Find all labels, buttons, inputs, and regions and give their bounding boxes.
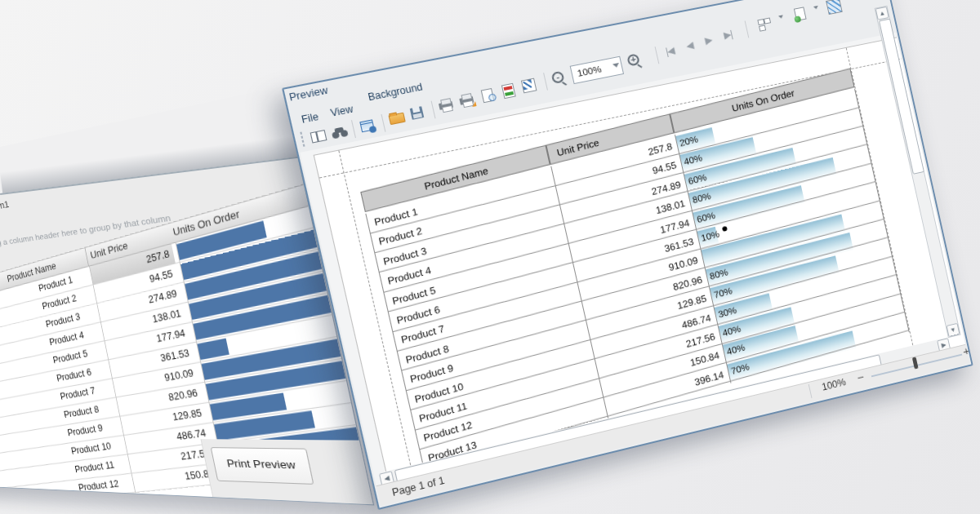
watermark-icon[interactable]	[826, 0, 843, 15]
table-column-line	[410, 410, 416, 432]
zoom-out-icon[interactable]: -	[550, 69, 568, 86]
docking-icon[interactable]	[309, 127, 327, 145]
zoom-in-icon[interactable]: +	[626, 52, 644, 69]
open-folder-icon[interactable]	[388, 109, 407, 126]
zoom-slider-thumb[interactable]	[912, 357, 919, 369]
page-setup-icon[interactable]	[479, 86, 497, 104]
cell-product-name: Product 10	[70, 441, 112, 456]
zoom-out-control[interactable]: −	[856, 370, 866, 384]
mouse-cursor	[722, 226, 728, 232]
last-page-icon[interactable]: ▶|	[722, 27, 733, 42]
window-title: Preview	[288, 85, 329, 104]
table-column-line	[401, 371, 407, 392]
cell-product-name: Product 5	[52, 348, 89, 366]
zoom-percentage: 100%	[821, 376, 847, 392]
previous-page-icon[interactable]: ◀	[685, 38, 695, 53]
preview-surface: Product Name Unit Price Units On Order P…	[300, 33, 965, 488]
search-icon[interactable]	[330, 123, 349, 141]
cell-product-name: Product 11	[74, 459, 116, 475]
zoom-in-control[interactable]: +	[961, 343, 971, 358]
first-page-icon[interactable]: |◀	[664, 43, 675, 59]
customize-icon[interactable]	[359, 117, 377, 135]
print-preview-window: Preview File View Background - 100% + |◀…	[282, 0, 973, 510]
cell-product-name: Product 12	[78, 478, 119, 493]
save-icon[interactable]	[408, 105, 427, 122]
table-column-line	[383, 292, 389, 313]
cell-product-name: Product 4	[48, 330, 84, 348]
table-column-line	[365, 214, 371, 235]
multiple-pages-icon[interactable]	[757, 16, 774, 32]
table-column-line	[392, 331, 398, 352]
next-page-icon[interactable]: ▶	[704, 33, 714, 48]
chevron-down-icon	[813, 5, 819, 11]
toolbar-grip[interactable]	[299, 131, 306, 148]
chevron-down-icon	[612, 63, 621, 71]
scroll-down-button[interactable]: ▼	[947, 323, 960, 337]
scale-icon[interactable]	[500, 82, 518, 99]
menu-bar: File View Background	[289, 113, 293, 129]
menu-background[interactable]: Background	[367, 81, 423, 103]
table-column-line	[370, 233, 376, 255]
table-column-line	[379, 273, 385, 294]
table-column-line	[388, 312, 394, 333]
fit-to-page-icon[interactable]	[520, 77, 538, 94]
cell-product-name: Product 9	[67, 423, 104, 438]
export-icon[interactable]	[792, 7, 809, 23]
table-column-line	[415, 430, 421, 451]
cell-product-name: Product 8	[63, 404, 100, 420]
table-column-line	[374, 253, 380, 274]
table-column-line	[397, 352, 403, 373]
data-bar	[198, 339, 229, 361]
scroll-up-button[interactable]: ▲	[875, 7, 889, 20]
chevron-down-icon	[778, 15, 784, 21]
print-preview-button[interactable]: Print Preview	[211, 447, 314, 485]
zoom-combo[interactable]: 100%	[570, 55, 624, 83]
quick-print-icon[interactable]	[458, 91, 476, 109]
window-title: Form1	[0, 198, 10, 213]
print-icon[interactable]	[438, 96, 456, 113]
table-column-line	[406, 391, 412, 412]
cell-product-name: Product 7	[60, 385, 96, 401]
cell-product-name: Product 6	[56, 367, 92, 384]
